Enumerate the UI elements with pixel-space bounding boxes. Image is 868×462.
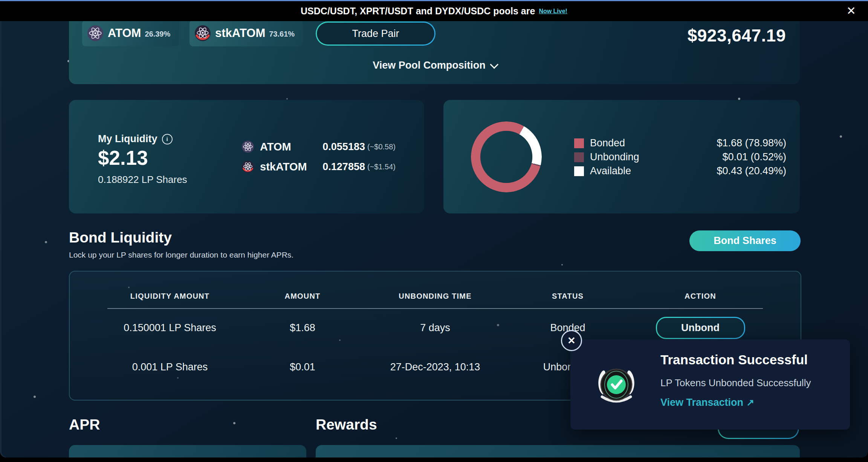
token-chip-stkatom: stkATOM 73.61%: [189, 20, 303, 46]
legend-label: Unbonding: [590, 151, 639, 163]
token-usd-value: (~$0.58): [367, 143, 396, 151]
unbond-label: Unbond: [681, 322, 720, 334]
apr-card: [69, 445, 306, 457]
my-liquidity-token-row: stkATOM 0.127858 (~$1.54): [242, 158, 396, 175]
robot-success-icon: [594, 362, 639, 407]
cell-amount: $1.68: [236, 322, 369, 334]
table-row: 0.150001 LP Shares $1.68 7 days Bonded U…: [70, 314, 801, 341]
table-divider: [107, 308, 763, 309]
rewards-section-title: Rewards: [316, 416, 377, 433]
page-background: ATOM 26.39% stkATOM 73.61% Trad: [0, 0, 868, 457]
token-amount: 0.127858: [322, 161, 365, 173]
stkatom-token-icon: [242, 161, 254, 173]
token-symbol: stkATOM: [215, 26, 265, 40]
legend-swatch-bonded: [574, 138, 584, 148]
legend-swatch-unbonding: [574, 152, 584, 162]
atom-token-icon: [242, 141, 254, 153]
column-header: AMOUNT: [236, 292, 369, 301]
toast-message: LP Tokens Unbonded Successfully: [660, 377, 811, 389]
my-liquidity-value: $2.13: [98, 146, 148, 169]
column-header: STATUS: [501, 292, 634, 301]
close-icon: ✕: [567, 335, 576, 347]
view-pool-composition-toggle[interactable]: View Pool Composition: [69, 60, 800, 71]
toast-title: Transaction Successful: [660, 352, 808, 367]
legend-row: Unbonding $0.01 (0.52%): [574, 150, 786, 164]
my-liquidity-title: My Liquidity: [98, 133, 157, 145]
apr-section-title: APR: [69, 416, 100, 433]
bond-shares-label: Bond Shares: [714, 235, 776, 247]
cell-amount: $0.01: [236, 361, 369, 373]
app-window: ATOM 26.39% stkATOM 73.61% Trad: [0, 0, 868, 462]
token-name: ATOM: [260, 141, 291, 153]
external-link-icon: ↗: [746, 397, 754, 408]
trade-pair-button[interactable]: Trade Pair: [316, 21, 436, 46]
legend-row: Available $0.43 (20.49%): [574, 164, 786, 178]
chevron-down-icon: [490, 60, 498, 69]
my-liquidity-card: My Liquidity i $2.13 0.188922 LP Shares …: [69, 100, 424, 213]
legend-value: $1.68 (78.98%): [717, 137, 786, 149]
column-header: LIQUIDITY AMOUNT: [104, 292, 236, 301]
token-percent: 26.39%: [145, 30, 170, 38]
legend-swatch-available: [574, 166, 584, 176]
view-pool-composition-label: View Pool Composition: [373, 60, 486, 71]
token-symbol: ATOM: [108, 26, 141, 40]
token-name: stkATOM: [260, 161, 307, 173]
banner-message: USDC/USDT, XPRT/USDT and DYDX/USDC pools…: [301, 6, 535, 17]
stkatom-token-icon: [195, 25, 211, 41]
legend-row: Bonded $1.68 (78.98%): [574, 136, 786, 150]
bond-shares-button[interactable]: Bond Shares: [689, 230, 801, 251]
atom-token-icon: [87, 25, 103, 41]
legend-value: $0.43 (20.49%): [717, 165, 786, 177]
table-header-row: LIQUIDITY AMOUNT AMOUNT UNBONDING TIME S…: [70, 289, 801, 304]
token-usd-value: (~$1.54): [367, 163, 396, 171]
toast-close-button[interactable]: ✕: [561, 330, 582, 351]
cell-liquidity: 0.150001 LP Shares: [104, 322, 236, 334]
column-header: ACTION: [634, 292, 767, 301]
cell-unbonding-time: 7 days: [369, 322, 501, 334]
info-icon[interactable]: i: [162, 134, 173, 144]
my-liquidity-lp-shares: 0.188922 LP Shares: [98, 174, 187, 186]
cell-unbonding-time: 27-Dec-2023, 10:13: [369, 361, 501, 373]
token-chip-atom: ATOM 26.39%: [82, 20, 179, 46]
cell-liquidity: 0.001 LP Shares: [104, 361, 236, 373]
bond-liquidity-title: Bond Liquidity: [69, 229, 172, 246]
banner-close-icon[interactable]: ✕: [847, 3, 856, 18]
legend-label: Bonded: [590, 137, 625, 149]
token-amount: 0.055183: [322, 141, 365, 153]
announcement-banner: USDC/USDT, XPRT/USDT and DYDX/USDC pools…: [0, 0, 868, 21]
legend-value: $0.01 (0.52%): [722, 151, 786, 163]
token-percent: 73.61%: [269, 30, 295, 38]
now-live-link[interactable]: Now Live!: [539, 8, 567, 15]
transaction-toast: ✕ Transaction Successful LP Tokens Unbon…: [570, 339, 850, 430]
rewards-card: [316, 445, 800, 457]
unbond-button[interactable]: Unbond: [656, 317, 745, 339]
my-liquidity-token-row: ATOM 0.055183 (~$0.58): [242, 138, 396, 155]
view-transaction-label: View Transaction: [660, 397, 743, 408]
view-transaction-link[interactable]: View Transaction↗: [660, 397, 754, 408]
allocation-card: Bonded $1.68 (78.98%) Unbonding $0.01 (0…: [443, 100, 800, 213]
trade-pair-label: Trade Pair: [352, 28, 399, 40]
column-header: UNBONDING TIME: [369, 292, 501, 301]
pool-liquidity-value: $923,647.19: [688, 25, 786, 46]
bond-liquidity-subtitle: Lock up your LP shares for longer durati…: [69, 250, 293, 259]
allocation-donut: [471, 121, 542, 192]
legend-label: Available: [590, 165, 631, 177]
